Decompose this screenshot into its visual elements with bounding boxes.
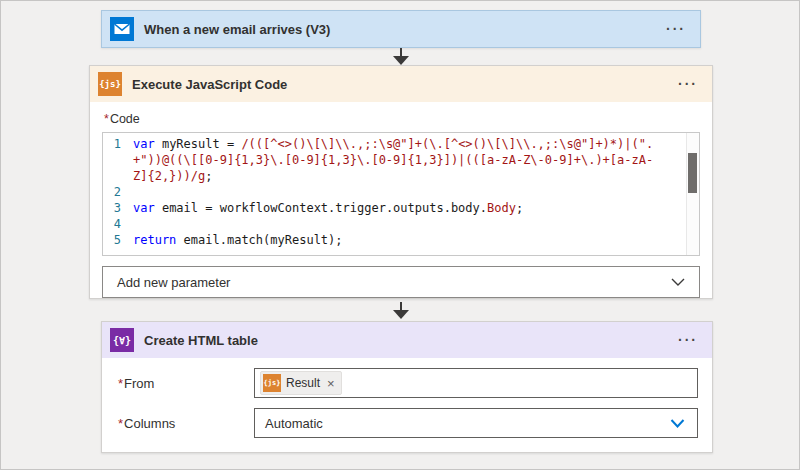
line-number: 4 xyxy=(103,216,133,232)
token-label: Result xyxy=(286,376,320,390)
trigger-title: When a new email arrives (V3) xyxy=(144,22,654,37)
flow-arrow xyxy=(393,302,409,319)
code-text: return email.match(myResult); xyxy=(133,232,699,248)
code-editor[interactable]: 1var myResult = /(([^<>()\[\]\\.,;:\s@"]… xyxy=(102,132,700,256)
table-card-title: Create HTML table xyxy=(144,333,666,348)
arrow-stem xyxy=(400,302,402,310)
columns-label-text: Columns xyxy=(124,416,175,431)
line-number: 5 xyxy=(103,232,133,248)
from-field-row: *From {js} Result × xyxy=(102,368,712,398)
chevron-down-icon xyxy=(671,278,685,286)
outlook-icon xyxy=(110,17,134,41)
arrow-head xyxy=(393,56,409,65)
javascript-icon-small: {js} xyxy=(263,374,281,392)
js-card-body: *Code 1var myResult = /(([^<>()\[\]\\.,;… xyxy=(90,102,712,298)
required-star: * xyxy=(118,416,123,431)
code-text: var myResult = /(([^<>()\[\]\\.,;:\s@"]+… xyxy=(133,136,699,184)
add-parameter-label: Add new parameter xyxy=(117,275,230,290)
arrow-head xyxy=(393,310,409,319)
code-field-label: *Code xyxy=(104,112,700,128)
code-text xyxy=(133,184,699,200)
code-text: var email = workflowContext.trigger.outp… xyxy=(133,200,699,216)
code-field-label-text: Code xyxy=(110,112,140,126)
table-card-header[interactable]: {∀} Create HTML table ··· xyxy=(102,322,712,358)
columns-selected-value: Automatic xyxy=(265,416,323,431)
flow-arrow xyxy=(393,48,409,65)
designer-canvas: When a new email arrives (V3) ··· {js} E… xyxy=(0,0,800,470)
line-number: 3 xyxy=(103,200,133,216)
token-remove-button[interactable]: × xyxy=(327,376,335,391)
action-card-create-html-table: {∀} Create HTML table ··· *From {js} Res… xyxy=(101,321,713,453)
javascript-icon: {js} xyxy=(98,72,122,96)
columns-field-label: *Columns xyxy=(118,416,254,431)
scrollbar-track[interactable] xyxy=(686,133,699,255)
from-input[interactable]: {js} Result × xyxy=(254,368,698,398)
from-field-label: *From xyxy=(118,376,254,391)
arrow-stem xyxy=(400,48,402,56)
code-line: 1var myResult = /(([^<>()\[\]\\.,;:\s@"]… xyxy=(103,136,699,184)
columns-field-row: *Columns Automatic xyxy=(102,408,712,438)
from-label-text: From xyxy=(124,376,154,391)
line-number: 2 xyxy=(103,184,133,200)
code-text xyxy=(133,216,699,232)
code-line: 4 xyxy=(103,216,699,232)
js-card-title: Execute JavaScript Code xyxy=(132,77,666,92)
add-new-parameter-dropdown[interactable]: Add new parameter xyxy=(102,266,700,298)
chevron-down-icon xyxy=(670,419,685,428)
code-line: 5return email.match(myResult); xyxy=(103,232,699,248)
data-operation-icon: {∀} xyxy=(110,328,134,352)
js-card-header[interactable]: {js} Execute JavaScript Code ··· xyxy=(90,66,712,102)
trigger-menu-button[interactable]: ··· xyxy=(664,20,688,38)
trigger-card-when-new-email-arrives[interactable]: When a new email arrives (V3) ··· xyxy=(101,10,701,48)
table-menu-button[interactable]: ··· xyxy=(676,331,700,349)
required-star: * xyxy=(118,376,123,391)
action-card-execute-javascript-code: {js} Execute JavaScript Code ··· *Code 1… xyxy=(89,65,713,299)
code-line: 3var email = workflowContext.trigger.out… xyxy=(103,200,699,216)
code-lines: 1var myResult = /(([^<>()\[\]\\.,;:\s@"]… xyxy=(103,133,699,248)
result-token[interactable]: {js} Result × xyxy=(260,371,342,395)
line-number: 1 xyxy=(103,136,133,184)
js-menu-button[interactable]: ··· xyxy=(676,75,700,93)
scrollbar-thumb[interactable] xyxy=(688,153,697,193)
code-line: 2 xyxy=(103,184,699,200)
columns-dropdown[interactable]: Automatic xyxy=(254,408,698,438)
required-star: * xyxy=(104,112,109,126)
